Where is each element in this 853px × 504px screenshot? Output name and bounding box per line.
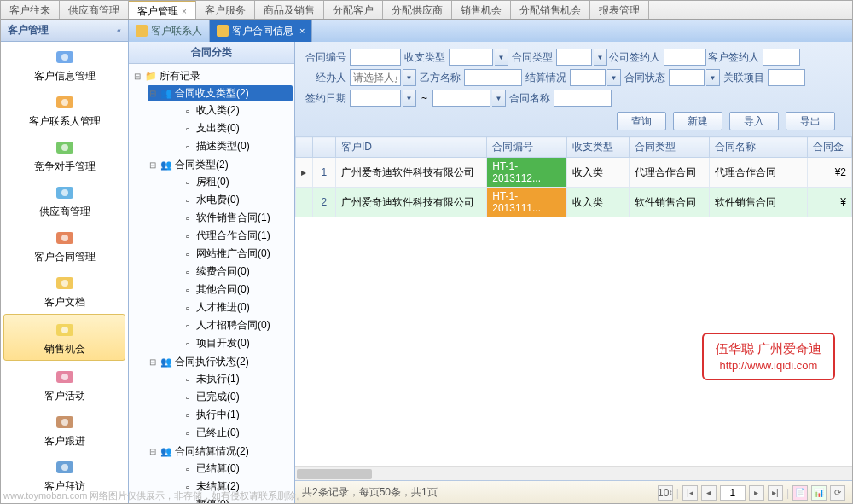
tree-group[interactable]: 👥合同类型(2)	[148, 157, 293, 173]
svg-point-13	[61, 327, 68, 333]
column-header[interactable]	[312, 137, 335, 158]
last-page-button[interactable]: ▸|	[768, 485, 783, 501]
left-sidebar-items: 客户信息管理客户联系人管理竞争对手管理供应商管理客户合同管理客户文档销售机会客户…	[1, 42, 128, 504]
input-contract-type[interactable]	[556, 49, 592, 66]
main-tab[interactable]: 分配销售机会	[511, 1, 590, 19]
dropdown-icon[interactable]: ▼	[607, 69, 621, 86]
sub-tab[interactable]: 客户联系人	[129, 20, 210, 42]
close-icon[interactable]: ×	[299, 26, 305, 36]
page-input[interactable]	[720, 485, 746, 501]
sidebar-item[interactable]: 客户联系人管理	[1, 87, 128, 132]
tree-item[interactable]: ▫支出类(0)	[180, 120, 293, 136]
sub-tab[interactable]: 客户合同信息×	[210, 20, 312, 42]
main-tab[interactable]: 供应商管理	[60, 1, 129, 19]
close-icon[interactable]: ×	[182, 7, 187, 16]
main-tab[interactable]: 销售机会	[452, 1, 511, 19]
horizontal-scrollbar[interactable]	[295, 466, 852, 480]
dropdown-icon[interactable]: ▼	[495, 49, 508, 66]
dropdown-icon[interactable]: ▼	[492, 90, 506, 107]
sidebar-item[interactable]: 客户合同管理	[1, 223, 128, 268]
tree-label: 已结算(0)	[196, 461, 240, 476]
sidebar-item[interactable]: 客户文档	[1, 268, 128, 313]
main-tab[interactable]: 报表管理	[590, 1, 649, 19]
cell: 广州爱奇迪软件科技有限公司	[335, 188, 486, 217]
sidebar-item[interactable]: 供应商管理	[1, 177, 128, 223]
sidebar-icon	[53, 457, 77, 478]
main-tab[interactable]: 分配客户	[324, 1, 383, 19]
dropdown-icon[interactable]: ▼	[403, 69, 416, 86]
tree-item[interactable]: ▫收入类(2)	[180, 102, 293, 119]
tree-item[interactable]: ▫已终止(0)	[180, 425, 293, 441]
input-contract-status[interactable]	[669, 69, 705, 86]
sidebar-item[interactable]: 销售机会	[3, 314, 125, 361]
tree-group[interactable]: 👥合同结算情况(2)	[148, 443, 293, 460]
input-io-type[interactable]	[449, 49, 493, 66]
tree-item[interactable]: ▫已结算(0)	[180, 461, 293, 477]
input-contract-no[interactable]	[350, 49, 401, 66]
table-row[interactable]: 2广州爱奇迪软件科技有限公司HT-1-2013111...收入类软件销售合同软件…	[296, 188, 852, 217]
input-contract-name[interactable]	[554, 90, 612, 107]
table-row[interactable]: ▸1广州爱奇迪软件科技有限公司HT-1-2013112...收入类代理合作合同代…	[296, 158, 852, 188]
tree-item[interactable]: ▫未执行(1)	[180, 371, 293, 387]
tree-item[interactable]: ▫项目开发(0)	[180, 335, 293, 351]
export-excel-icon[interactable]: 📊	[811, 485, 827, 501]
column-header[interactable]: 合同名称	[710, 137, 808, 158]
main-tab[interactable]: 商品及销售	[255, 1, 324, 19]
tree-group[interactable]: 👥合同收支类型(2)	[148, 85, 293, 101]
create-button[interactable]: 新建	[673, 112, 722, 130]
page-size-button[interactable]: 10↕	[658, 485, 673, 501]
tree-group[interactable]: 👥合同执行状态(2)	[148, 354, 293, 370]
sidebar-item[interactable]: 客户信息管理	[1, 42, 128, 87]
export-button[interactable]: 导出	[786, 112, 835, 130]
input-customer-signer[interactable]	[763, 49, 800, 66]
tree-item[interactable]: ▫执行中(1)	[180, 407, 293, 423]
first-page-button[interactable]: |◂	[682, 485, 698, 501]
sidebar-item[interactable]: 竞争对手管理	[1, 132, 128, 177]
next-page-button[interactable]: ▸	[749, 485, 764, 501]
column-header[interactable]: 合同类型	[630, 137, 710, 158]
data-grid[interactable]: 客户ID合同编号收支类型合同类型合同名称合同金 ▸1广州爱奇迪软件科技有限公司H…	[295, 136, 852, 217]
input-handler[interactable]	[350, 69, 401, 86]
tree-item[interactable]: ▫人才推进(0)	[180, 299, 293, 316]
tree-item[interactable]: ▫水电费(0)	[180, 192, 293, 208]
column-header[interactable]	[296, 137, 313, 158]
dropdown-icon[interactable]: ▼	[594, 49, 607, 66]
dropdown-icon[interactable]: ▼	[403, 90, 416, 107]
tree-item[interactable]: ▫网站推广合同(0)	[180, 246, 293, 262]
tree-item[interactable]: ▫软件销售合同(1)	[180, 210, 293, 226]
tree-item[interactable]: ▫房租(0)	[180, 174, 293, 190]
column-header[interactable]: 收支类型	[567, 137, 630, 158]
tree-root[interactable]: 📁所有记录	[132, 68, 293, 84]
chevron-icon[interactable]: «	[117, 26, 121, 35]
tree-item[interactable]: ▫其他合同(0)	[180, 281, 293, 298]
tree-label: 软件销售合同(1)	[196, 211, 270, 225]
input-settle-status[interactable]	[570, 69, 606, 86]
input-related-proj[interactable]	[768, 69, 805, 86]
tree-item[interactable]: ▫描述类型(0)	[180, 138, 293, 154]
tree-item[interactable]: ▫代理合作合同(1)	[180, 228, 293, 244]
dropdown-icon[interactable]: ▼	[706, 69, 720, 86]
tree-item[interactable]: ▫人才招聘合同(0)	[180, 317, 293, 333]
input-sign-date-to[interactable]	[432, 90, 490, 107]
main-tab[interactable]: 客户服务	[196, 1, 255, 19]
tree-item[interactable]: ▫续费合同(0)	[180, 264, 293, 280]
prev-page-button[interactable]: ◂	[701, 485, 717, 501]
item-icon: ▫	[182, 284, 194, 296]
export-pdf-icon[interactable]: 📄	[792, 485, 808, 501]
input-company-signer[interactable]	[664, 49, 706, 66]
import-button[interactable]: 导入	[729, 112, 779, 130]
svg-point-19	[61, 464, 68, 471]
refresh-icon[interactable]: ⟳	[830, 485, 845, 501]
input-sign-date-from[interactable]	[350, 90, 401, 107]
input-party-b[interactable]	[464, 69, 522, 86]
sidebar-item[interactable]: 客户跟进	[1, 407, 128, 452]
column-header[interactable]: 合同编号	[487, 137, 567, 158]
query-button[interactable]: 查询	[617, 112, 666, 130]
main-tab[interactable]: 客户往来	[1, 1, 60, 19]
main-tab[interactable]: 客户管理×	[129, 0, 196, 19]
main-tab[interactable]: 分配供应商	[383, 1, 452, 19]
column-header[interactable]: 客户ID	[335, 137, 486, 158]
column-header[interactable]: 合同金	[807, 137, 851, 158]
tree-item[interactable]: ▫已完成(0)	[180, 389, 293, 405]
sidebar-item[interactable]: 客户活动	[1, 362, 128, 407]
